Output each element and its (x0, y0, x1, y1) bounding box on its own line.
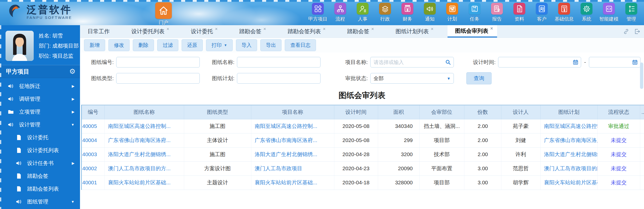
cell-status[interactable]: 未提交 (597, 133, 640, 147)
drawing-no-input[interactable] (116, 57, 200, 67)
tab-踏勘会签[interactable]: 踏勘会签× (340, 25, 378, 38)
nav-item-gear[interactable]: 系统 (575, 3, 598, 22)
toolbar-button-新增[interactable]: 新增 (84, 39, 105, 51)
search-button[interactable]: 查询 (466, 72, 492, 84)
column-header-review_part[interactable]: 会审部位 (419, 105, 464, 119)
link-icon[interactable] (623, 28, 629, 35)
close-icon[interactable]: × (371, 26, 374, 32)
cell-status[interactable]: 未提交 (597, 161, 640, 176)
nav-item-person[interactable]: 人事 (351, 3, 374, 22)
column-header-drawing_name[interactable]: 图纸名称 (104, 105, 184, 119)
cell-project_name[interactable]: 澳门人工岛市政项目 (251, 161, 334, 176)
exit-icon[interactable] (634, 28, 640, 35)
nav-item-layers[interactable]: 行政 (374, 3, 396, 22)
close-icon[interactable]: × (263, 26, 266, 32)
cell-drawing_plan[interactable]: 澳门人工岛市政项目的图... (540, 161, 597, 176)
column-header-designer[interactable]: 设计人 (501, 105, 540, 119)
cell-status[interactable]: 未提交 (597, 176, 640, 190)
toolbar-button-导入[interactable]: 导入 (236, 39, 257, 51)
nav-item-yen-box[interactable]: 财务 (396, 3, 419, 22)
toolbar-button-过滤[interactable]: 过滤 (157, 39, 178, 51)
cell-id[interactable]: 40001 (82, 176, 104, 190)
cell-drawing_name[interactable]: 襄阳火车站站前片区基础... (104, 176, 184, 190)
close-icon[interactable]: × (431, 26, 434, 32)
drawing-type-input[interactable] (116, 73, 200, 84)
nav-item-portal[interactable]: 门户 (151, 2, 176, 25)
approval-status-select[interactable]: 全部 ▼ (370, 73, 454, 84)
toolbar-button-删除[interactable]: 删除 (133, 39, 154, 51)
table-row[interactable]: 40005南阳至城区高速公路控制...施工图南阳至城区高速公路控制...2020… (82, 119, 644, 133)
cell-id[interactable]: 40002 (82, 161, 104, 176)
column-header-design_date[interactable]: 设计时间 (334, 105, 378, 119)
calendar-icon[interactable] (632, 59, 638, 65)
tab-日常工作[interactable]: 日常工作 (80, 25, 114, 38)
column-header-copies[interactable]: 份数 (464, 105, 501, 119)
column-header-status[interactable]: 流程状态 (597, 105, 640, 119)
sidebar-item-调研管理[interactable]: 调研管理▶ (0, 92, 80, 105)
cell-project_name[interactable]: 襄阳火车站站前片区基础... (251, 176, 334, 190)
close-icon[interactable]: × (215, 26, 218, 32)
nav-item-list-arrows[interactable]: 管理 (620, 3, 642, 22)
cell-status[interactable]: 审批通过 (597, 119, 640, 133)
tab-图纸计划列表[interactable]: 图纸计划列表× (388, 25, 438, 38)
sidebar-item-踏勘会签列表[interactable]: 踏勘会签列表 (0, 182, 80, 195)
column-header-drawing_plan[interactable]: 图纸计划 (540, 105, 597, 119)
cell-drawing_plan[interactable]: 南阳至城区高速公路控制... (540, 119, 597, 133)
cell-drawing_plan[interactable]: 洛阳大道广生村北侧锦绣... (540, 147, 597, 161)
design-time-start-input[interactable] (498, 57, 581, 67)
column-header-project_name[interactable]: 项目名称 (251, 105, 334, 119)
gear-icon[interactable]: ⚙ (69, 68, 75, 75)
nav-item-report-mic[interactable]: 报告 (486, 3, 508, 22)
close-icon[interactable]: × (167, 26, 169, 32)
table-row[interactable]: 40003洛阳大道广生村北侧锦绣...施工图洛阳大道广生村北侧锦绣...2020… (82, 147, 644, 161)
column-header-id[interactable]: 编号 (82, 105, 104, 119)
tab-踏勘会签列表[interactable]: 踏勘会签列表× (280, 25, 330, 38)
sidebar-item-图纸管理[interactable]: 图纸管理▼ (0, 195, 80, 208)
sidebar-item-设计委托列表[interactable]: 设计委托列表 (0, 144, 80, 157)
cell-drawing_plan[interactable]: 襄阳火车站站前片区基础... (540, 176, 597, 190)
cell-drawing_name[interactable]: 广东省佛山市南海区洛府... (104, 133, 184, 147)
cell-project_name[interactable]: 广东省佛山市南海区洛府... (251, 133, 334, 147)
sidebar-item-踏勘会签[interactable]: 踏勘会签 (0, 169, 80, 182)
close-icon[interactable]: × (323, 26, 326, 32)
calendar-icon[interactable] (573, 59, 579, 65)
table-row[interactable]: 40002澳门人工岛市政项目的方...方案设计图澳门人工岛市政项目2020-04… (82, 161, 644, 176)
cell-project_name[interactable]: 南阳至城区高速公路控制... (251, 119, 334, 133)
toolbar-button-还原[interactable]: 还原 (182, 39, 203, 51)
cell-id[interactable]: 40004 (82, 133, 104, 147)
sidebar-item-设计委托[interactable]: 设计委托 (0, 131, 80, 144)
project-name-input[interactable] (370, 57, 454, 67)
drawing-plan-input[interactable] (237, 73, 320, 84)
column-header-area[interactable]: 面积 (378, 105, 419, 119)
nav-item-grid-diamond[interactable]: 甲方项目 (307, 3, 329, 22)
cell-id[interactable]: 40003 (82, 147, 104, 161)
nav-item-sliders[interactable]: 计划 (441, 3, 463, 22)
cell-status[interactable]: 未提交 (597, 147, 640, 161)
toolbar-button-导出[interactable]: 导出 (260, 39, 281, 51)
cell-drawing_plan[interactable]: 广东省佛山市南海区洛府... (540, 133, 597, 147)
column-header-stub[interactable]: .. (640, 105, 644, 119)
nav-item-document[interactable]: 资料 (508, 3, 531, 22)
toolbar-button-查看日志[interactable]: 查看日志 (285, 39, 316, 51)
column-header-drawing_type[interactable]: 图纸类型 (184, 105, 251, 119)
cell-drawing_name[interactable]: 澳门人工岛市政项目的方... (104, 161, 184, 176)
tab-设计委托列表[interactable]: 设计委托列表× (124, 25, 173, 38)
tab-设计委托[interactable]: 设计委托× (183, 25, 222, 38)
cell-id[interactable]: 40005 (82, 119, 104, 133)
nav-item-doc-yen[interactable]: 基础信息 (553, 3, 575, 22)
sidebar-item-立项管理[interactable]: 立项管理▶ (0, 105, 80, 118)
tab-踏勘会签[interactable]: 踏勘会签× (232, 25, 270, 38)
vertical-scrollbar-thumb[interactable] (640, 62, 643, 89)
nav-item-package[interactable]: 任务 (463, 3, 486, 22)
sidebar-item-设计任务书[interactable]: 设计任务书▶ (0, 157, 80, 169)
cell-project_name[interactable]: 洛阳大道广生村北侧锦绣... (251, 147, 334, 161)
toolbar-button-打印[interactable]: 打印▼ (206, 39, 233, 51)
drawing-name-input[interactable] (237, 57, 320, 67)
search-icon[interactable] (445, 59, 451, 65)
toolbar-button-修改[interactable]: 修改 (108, 39, 130, 51)
sidebar-item-设计管理[interactable]: 设计管理▼ (0, 118, 80, 131)
close-icon[interactable]: × (490, 26, 493, 31)
nav-item-org-chart[interactable]: 流程 (329, 3, 351, 22)
cell-drawing_name[interactable]: 洛阳大道广生村北侧锦绣... (104, 147, 184, 161)
sidebar-item-征地拆迁[interactable]: 征地拆迁▶ (0, 80, 80, 92)
